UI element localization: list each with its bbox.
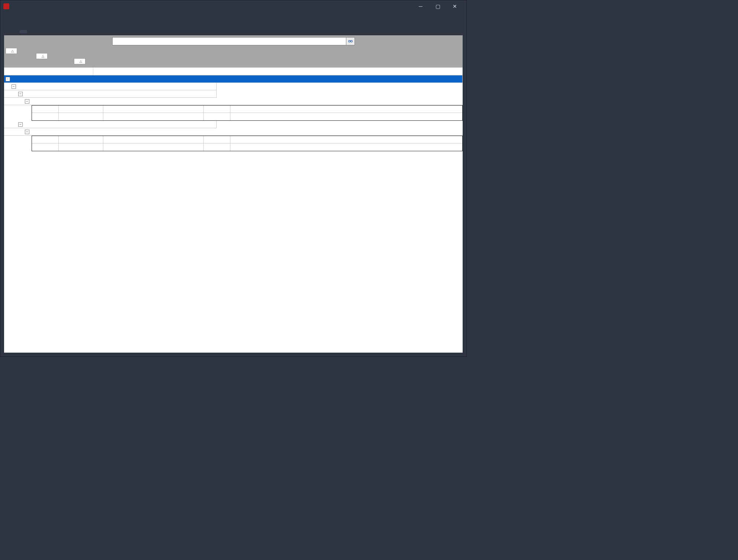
event-detail-table: [32, 105, 463, 121]
col-fid: [32, 136, 59, 143]
detail-header-row: [32, 136, 462, 143]
menu-file[interactable]: [3, 16, 9, 19]
col-utc: [59, 106, 103, 113]
sort-asc-icon: △: [80, 59, 82, 63]
collapse-icon[interactable]: −: [6, 77, 10, 81]
group-chip-computer[interactable]: △: [6, 48, 17, 54]
event-detail-table: [32, 136, 463, 151]
search-button[interactable]: [346, 37, 355, 45]
detail-header-row: [32, 106, 462, 113]
tab-all-events-view[interactable]: [20, 30, 27, 33]
collapse-icon[interactable]: −: [25, 130, 29, 134]
image-value: [230, 113, 462, 120]
close-button[interactable]: ✕: [446, 0, 463, 12]
detail-data-row[interactable]: [32, 143, 462, 151]
collapse-icon[interactable]: −: [12, 84, 16, 89]
pid-value: [204, 143, 230, 151]
fid-link[interactable]: [32, 143, 59, 151]
group-chip-process-guid[interactable]: △: [36, 53, 48, 59]
col-fid: [32, 106, 59, 113]
col-pid: [204, 136, 230, 143]
detail-data-row[interactable]: [32, 113, 462, 120]
pid-value: [204, 113, 230, 120]
utc-value: [59, 113, 103, 120]
utc-value: [59, 143, 103, 151]
fid-link[interactable]: [32, 113, 59, 120]
process-guid-row-expanded[interactable]: −: [4, 83, 217, 90]
sort-asc-icon: △: [42, 54, 44, 58]
collapse-icon[interactable]: −: [18, 92, 23, 96]
search-row: [4, 35, 463, 47]
tree-body[interactable]: − − − −: [4, 75, 463, 353]
image-value: [230, 143, 462, 151]
guid-link[interactable]: [103, 113, 204, 120]
collapse-icon[interactable]: −: [18, 122, 23, 127]
svg-point-1: [350, 41, 352, 42]
collapse-icon[interactable]: −: [25, 99, 29, 104]
guid-link[interactable]: [103, 143, 204, 151]
minimize-button[interactable]: ─: [412, 0, 429, 12]
col-image: [230, 106, 462, 113]
svg-point-0: [348, 41, 350, 42]
event-type-row[interactable]: −: [4, 90, 217, 98]
event-row[interactable]: −: [4, 98, 463, 105]
binoculars-icon: [348, 39, 353, 44]
event-type-row[interactable]: −: [4, 121, 217, 128]
tab-map-view[interactable]: [12, 30, 19, 33]
col-guid: [103, 106, 204, 113]
col-image: [230, 136, 462, 143]
col-pid: [204, 106, 230, 113]
event-row[interactable]: −: [4, 128, 463, 136]
menu-help[interactable]: [11, 16, 17, 19]
maximize-button[interactable]: ▢: [429, 0, 446, 12]
content-area: △ △ △ − − −: [0, 33, 466, 356]
tab-process-view[interactable]: [3, 30, 11, 33]
col-guid: [103, 136, 204, 143]
menubar: [0, 12, 466, 23]
col-event-id[interactable]: [93, 68, 463, 75]
col-utc: [59, 136, 103, 143]
app-icon: [3, 3, 9, 9]
search-input[interactable]: [112, 37, 346, 45]
group-by-area: △ △ △: [4, 47, 463, 67]
computer-group-row[interactable]: −: [4, 75, 463, 83]
titlebar: ─ ▢ ✕: [0, 0, 466, 12]
col-time[interactable]: [4, 68, 93, 75]
columns-header: [4, 67, 463, 75]
tabstrip: [0, 23, 466, 33]
sort-asc-icon: △: [11, 49, 14, 53]
group-chip-event-type[interactable]: △: [74, 58, 85, 64]
app-window: ─ ▢ ✕ △ △ △: [0, 0, 467, 357]
inner-panel: △ △ △ − − −: [4, 35, 463, 353]
